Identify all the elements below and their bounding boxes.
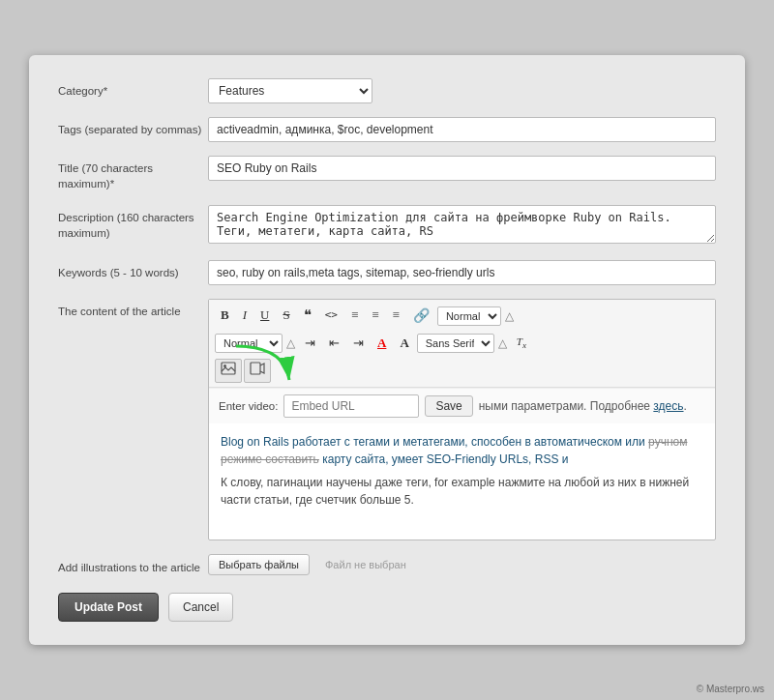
- unordered-list-button[interactable]: ≡: [366, 305, 384, 327]
- editor-control: B I U S ❝ <> ≡ ≡ ≡ 🔗 Normal: [208, 299, 716, 541]
- svg-point-1: [223, 365, 226, 367]
- insert-image-button[interactable]: [215, 359, 242, 383]
- clear-format-button[interactable]: Tx: [511, 332, 532, 355]
- content-paragraph-2: К слову, пагинации научены даже теги, fo…: [221, 474, 703, 509]
- toolbar-row-2: Normal △ ⇥ ⇤ ⇥ A A Sans Serif Serif Mo: [215, 332, 709, 355]
- ordered-list-button[interactable]: ≡: [345, 305, 364, 327]
- normal-select[interactable]: Normal: [215, 334, 283, 353]
- arrow-container: Enter video: Save ными параметрами. Подр…: [209, 388, 715, 423]
- font-bg-button[interactable]: A: [394, 333, 414, 355]
- category-select[interactable]: Features News Reviews Tutorials: [208, 78, 372, 103]
- bold-button[interactable]: B: [215, 305, 235, 327]
- insert-video-button[interactable]: [244, 359, 271, 383]
- description-row: Description (160 characters maximum) Sea…: [58, 205, 716, 247]
- toolbar-row-3: [215, 359, 709, 383]
- tags-input[interactable]: [208, 117, 716, 142]
- editor-content[interactable]: Blog on Rails работает с тегами и метате…: [209, 423, 715, 540]
- strikethrough-button[interactable]: S: [277, 305, 295, 327]
- cancel-button[interactable]: Cancel: [168, 593, 233, 622]
- keywords-control: [208, 260, 716, 285]
- font-color-button[interactable]: A: [372, 333, 392, 355]
- video-embed-row: Enter video: Save ными параметрами. Подр…: [209, 388, 715, 423]
- keywords-input[interactable]: [208, 260, 716, 285]
- update-post-button[interactable]: Update Post: [58, 593, 159, 622]
- svg-rect-0: [222, 363, 235, 374]
- upload-control: Выбрать файлы Файл не выбран: [208, 554, 716, 575]
- tags-row: Tags (separated by commas): [58, 117, 716, 142]
- content-paragraph-1: Blog on Rails работает с тегами и метате…: [221, 433, 703, 468]
- no-file-text: Файл не выбран: [325, 559, 406, 570]
- editor-toolbar: B I U S ❝ <> ≡ ≡ ≡ 🔗 Normal: [209, 300, 715, 389]
- title-input[interactable]: [208, 156, 716, 181]
- tags-control: [208, 117, 716, 142]
- editor-content-inline: ными параметрами. Подробнее здесь.: [479, 399, 705, 413]
- content-row: The content of the article B I U S ❝ <> …: [58, 299, 716, 541]
- blockquote-button[interactable]: ❝: [298, 304, 317, 329]
- title-label: Title (70 characters maximum)*: [58, 156, 208, 191]
- align-button[interactable]: ≡: [387, 305, 405, 327]
- content-label: The content of the article: [58, 299, 208, 319]
- tags-label: Tags (separated by commas): [58, 117, 208, 137]
- description-label: Description (160 characters maximum): [58, 205, 208, 241]
- italic-button[interactable]: I: [237, 305, 253, 327]
- upload-label: Add illustrations to the article: [58, 555, 208, 575]
- category-row: Category* Features News Reviews Tutorial…: [58, 78, 716, 103]
- description-input[interactable]: Search Engine Optimization для сайта на …: [208, 205, 716, 244]
- link-button[interactable]: 🔗: [407, 305, 435, 328]
- video-save-button[interactable]: Save: [425, 395, 472, 417]
- font-family-select[interactable]: Sans Serif Serif Monospace: [417, 334, 494, 353]
- indent-right-button[interactable]: ⇥: [299, 333, 321, 355]
- keywords-label: Keywords (5 - 10 words): [58, 260, 208, 280]
- svg-rect-2: [251, 363, 260, 374]
- video-url-input[interactable]: [283, 394, 419, 418]
- upload-row: Add illustrations to the article Выбрать…: [58, 554, 716, 575]
- toolbar-row-1: B I U S ❝ <> ≡ ≡ ≡ 🔗 Normal: [215, 304, 709, 329]
- editor-wrapper: B I U S ❝ <> ≡ ≡ ≡ 🔗 Normal: [208, 299, 716, 541]
- category-control: Features News Reviews Tutorials: [208, 78, 716, 103]
- format-select[interactable]: Normal H1 H2 H3: [437, 306, 501, 326]
- bottom-actions: Update Post Cancel: [58, 593, 716, 622]
- title-row: Title (70 characters maximum)*: [58, 156, 716, 191]
- category-label: Category*: [58, 78, 208, 99]
- ltr-button[interactable]: ⇥: [347, 333, 370, 355]
- underline-button[interactable]: U: [254, 305, 275, 327]
- video-label: Enter video:: [219, 400, 278, 412]
- watermark: © Masterpro.ws: [697, 684, 764, 694]
- choose-files-button[interactable]: Выбрать файлы: [208, 554, 310, 575]
- keywords-row: Keywords (5 - 10 words): [58, 260, 716, 285]
- code-button[interactable]: <>: [319, 306, 343, 325]
- indent-left-button[interactable]: ⇤: [323, 333, 345, 355]
- description-control: Search Engine Optimization для сайта на …: [208, 205, 716, 247]
- title-control: [208, 156, 716, 181]
